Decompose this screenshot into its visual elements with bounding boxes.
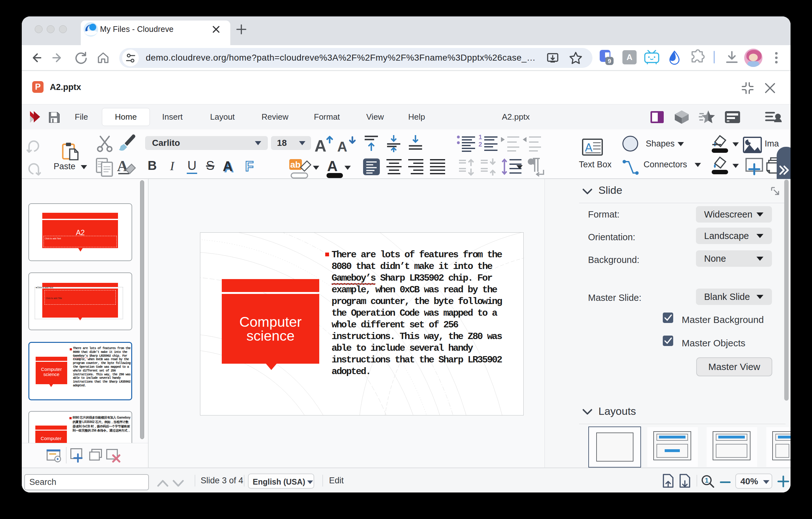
svg-text:A: A (327, 159, 338, 174)
svg-text:9: 9 (608, 58, 611, 64)
svg-text:A: A (585, 141, 592, 154)
svg-text:ab: ab (290, 160, 301, 169)
svg-text:A: A (117, 158, 128, 174)
svg-text:1: 1 (705, 476, 708, 484)
svg-text:A: A (315, 137, 326, 154)
svg-text:A: A (337, 139, 347, 154)
svg-text:1: 1 (478, 135, 482, 140)
svg-text:2: 2 (478, 141, 482, 148)
